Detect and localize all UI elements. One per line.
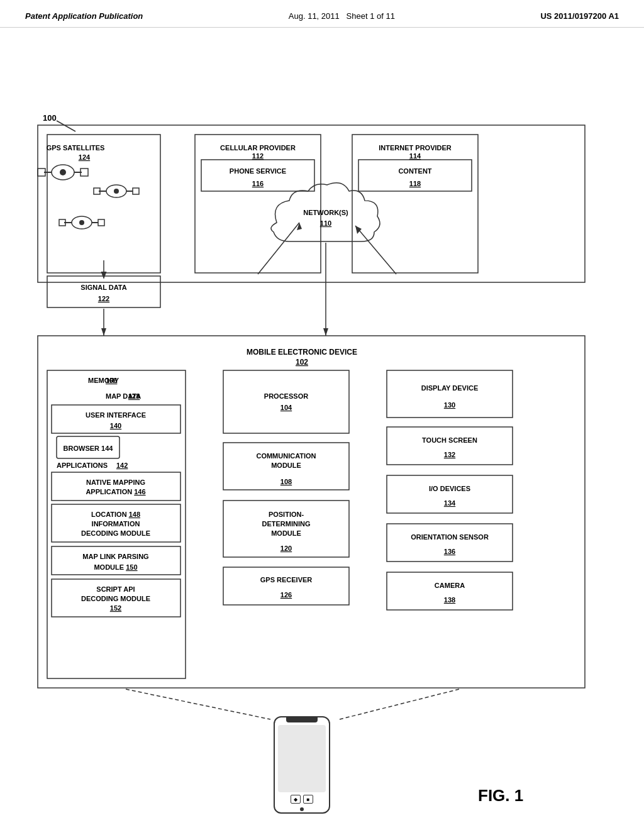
- svg-rect-7: [358, 160, 472, 191]
- svg-rect-20: [38, 169, 45, 176]
- svg-text:MODULE: MODULE: [271, 529, 301, 537]
- svg-rect-5: [201, 160, 314, 191]
- svg-text:FIG. 1: FIG. 1: [478, 786, 523, 805]
- svg-text:MEMORY: MEMORY: [88, 377, 119, 384]
- svg-text:MODULE 150: MODULE 150: [94, 563, 137, 571]
- svg-point-24: [106, 185, 126, 197]
- svg-line-45: [355, 226, 396, 274]
- svg-text:APPLICATIONS: APPLICATIONS: [57, 462, 108, 469]
- svg-rect-3: [47, 135, 160, 273]
- svg-rect-87: [223, 501, 349, 557]
- svg-text:114: 114: [409, 152, 421, 160]
- svg-text:NETWORK(S): NETWORK(S): [303, 209, 348, 216]
- svg-text:LOCATION  148: LOCATION 148: [91, 511, 140, 518]
- svg-text:POSITION-: POSITION-: [269, 511, 304, 518]
- header-left: Patent Application Publication: [25, 11, 143, 21]
- svg-text:MOBILE ELECTRONIC DEVICE: MOBILE ELECTRONIC DEVICE: [247, 348, 357, 357]
- svg-rect-101: [387, 475, 513, 513]
- svg-line-110: [126, 689, 270, 719]
- header-date: Aug. 11, 2011: [289, 11, 340, 21]
- svg-text:128: 128: [128, 392, 140, 400]
- svg-text:108: 108: [280, 478, 292, 485]
- svg-text:116: 116: [252, 180, 264, 187]
- svg-text:124: 124: [79, 153, 91, 161]
- svg-text:DISPLAY DEVICE: DISPLAY DEVICE: [421, 384, 478, 392]
- svg-point-29: [114, 189, 119, 194]
- svg-rect-83: [223, 443, 349, 490]
- svg-text:APPLICATION  146: APPLICATION 146: [86, 488, 145, 495]
- svg-text:ORIENTATION SENSOR: ORIENTATION SENSOR: [411, 533, 489, 541]
- svg-text:INFORMATION: INFORMATION: [92, 520, 140, 528]
- svg-point-23: [60, 169, 66, 175]
- svg-rect-107: [387, 572, 513, 610]
- svg-text:MAP DATA: MAP DATA: [106, 392, 141, 400]
- svg-text:SIGNAL DATA: SIGNAL DATA: [80, 284, 126, 291]
- svg-point-35: [79, 220, 84, 225]
- svg-rect-2: [38, 125, 585, 282]
- svg-text:DECODING MODULE: DECODING MODULE: [81, 529, 150, 537]
- svg-line-43: [258, 223, 299, 274]
- svg-text:PROCESSOR: PROCESSOR: [264, 392, 308, 400]
- svg-rect-26: [94, 188, 100, 194]
- svg-line-1: [57, 121, 75, 131]
- svg-text:NATIVE MAPPING: NATIVE MAPPING: [86, 479, 145, 486]
- svg-text:122: 122: [98, 295, 109, 302]
- svg-text:CELLULAR PROVIDER: CELLULAR PROVIDER: [220, 144, 296, 152]
- svg-text:136: 136: [444, 548, 455, 555]
- svg-text:COMMUNICATION: COMMUNICATION: [256, 452, 316, 460]
- svg-point-18: [52, 165, 74, 180]
- svg-text:132: 132: [444, 451, 455, 458]
- svg-text:MODULE: MODULE: [271, 462, 301, 469]
- svg-rect-95: [387, 370, 513, 418]
- svg-text:140: 140: [110, 422, 121, 429]
- svg-text:106: 106: [106, 377, 117, 384]
- svg-line-111: [340, 689, 459, 719]
- svg-rect-32: [59, 219, 65, 226]
- svg-text:118: 118: [409, 180, 421, 187]
- svg-rect-62: [57, 436, 119, 458]
- header-sheet: Sheet 1 of 11: [347, 11, 395, 21]
- svg-text:102: 102: [296, 358, 308, 367]
- svg-text:100: 100: [43, 113, 57, 123]
- svg-rect-80: [223, 370, 349, 433]
- svg-rect-54: [47, 370, 186, 678]
- svg-text:152: 152: [110, 604, 121, 612]
- svg-rect-34: [98, 219, 104, 226]
- svg-rect-92: [223, 567, 349, 605]
- svg-text:I/O DEVICES: I/O DEVICES: [429, 485, 470, 492]
- svg-text:130: 130: [444, 401, 455, 409]
- svg-text:TOUCH SCREEN: TOUCH SCREEN: [422, 436, 477, 444]
- svg-text:134: 134: [444, 499, 456, 507]
- svg-rect-104: [387, 524, 513, 562]
- svg-rect-28: [133, 188, 139, 194]
- svg-rect-66: [52, 472, 180, 501]
- svg-marker-50: [323, 328, 328, 336]
- svg-text:INTERNET PROVIDER: INTERNET PROVIDER: [379, 144, 452, 152]
- svg-rect-69: [52, 504, 180, 542]
- svg-text:CAMERA: CAMERA: [435, 582, 465, 589]
- svg-text:138: 138: [444, 596, 455, 604]
- svg-marker-44: [297, 223, 302, 230]
- svg-text:SCRIPT API: SCRIPT API: [96, 585, 135, 593]
- svg-text:PHONE SERVICE: PHONE SERVICE: [230, 167, 286, 175]
- svg-text:USER INTERFACE: USER INTERFACE: [86, 411, 146, 419]
- svg-marker-46: [355, 226, 362, 234]
- svg-text:CONTENT: CONTENT: [398, 167, 431, 175]
- svg-rect-73: [52, 546, 180, 575]
- header: Patent Application Publication Aug. 11, …: [0, 0, 644, 28]
- svg-text:142: 142: [116, 462, 128, 469]
- svg-rect-6: [352, 135, 478, 273]
- svg-marker-48: [101, 328, 106, 336]
- svg-text:DECODING MODULE: DECODING MODULE: [81, 595, 150, 602]
- svg-rect-98: [387, 427, 513, 465]
- diagram: 100 GPS SATELLITES 124 CELLULAR PROVIDER…: [0, 28, 644, 807]
- svg-rect-59: [52, 405, 180, 433]
- header-right: US 2011/0197200 A1: [540, 11, 619, 21]
- svg-text:GPS RECEIVER: GPS RECEIVER: [260, 576, 313, 584]
- svg-text:DETERMINING: DETERMINING: [262, 520, 311, 528]
- svg-text:104: 104: [280, 404, 292, 411]
- svg-text:110: 110: [320, 219, 331, 227]
- phone-illustration: ◆ ■: [274, 716, 330, 814]
- svg-rect-76: [52, 579, 180, 617]
- svg-text:GPS SATELLITES: GPS SATELLITES: [47, 144, 105, 152]
